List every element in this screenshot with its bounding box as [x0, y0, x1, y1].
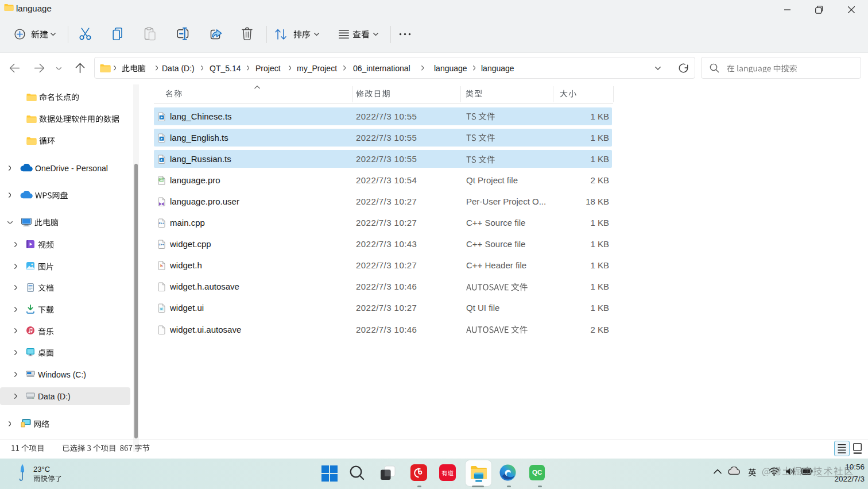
- svg-text:ui: ui: [160, 308, 162, 311]
- svg-text:pro: pro: [159, 178, 164, 181]
- svg-text:c++: c++: [159, 221, 164, 225]
- svg-text:h: h: [160, 264, 162, 268]
- svg-text:c++: c++: [159, 242, 164, 246]
